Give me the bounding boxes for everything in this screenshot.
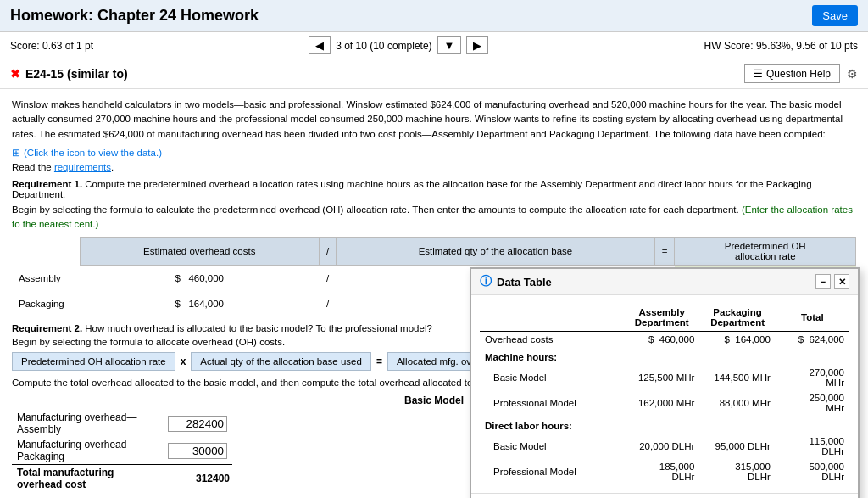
question-id: ✖ E24-15 (similar to) — [10, 67, 128, 81]
requirements-link[interactable]: requirements — [54, 162, 111, 172]
formula-part2: Actual qty of the allocation base used — [191, 352, 371, 371]
alloc-col-rate: Predetermined OHallocation rate — [675, 238, 856, 266]
assembly-dept-label: Assembly — [12, 266, 80, 292]
dt-machine-prof-label: Professional Model — [480, 390, 624, 416]
formula-op: x — [181, 355, 186, 367]
packaging-dollar: $ 164,000 — [80, 291, 319, 316]
info-icon: ⓘ — [480, 274, 492, 289]
question-id-text: E24-15 (similar to) — [25, 67, 128, 81]
dt-col0 — [480, 304, 624, 332]
bm-packaging-value — [163, 437, 232, 465]
assembly-dollar: $ 460,000 — [80, 266, 319, 292]
bm-assembly-label: Manufacturing overhead—Assembly — [12, 410, 163, 437]
read-text: Read the — [12, 162, 52, 172]
assembly-slash: / — [319, 266, 336, 292]
popup-footer: Print Done — [471, 493, 858, 498]
req1-desc: Compute the predetermined overhead alloc… — [12, 179, 812, 199]
bm-packaging-input[interactable] — [168, 443, 227, 459]
dt-machine-basic-assembly: 125,500 MHr — [624, 365, 699, 390]
dt-overhead-row: Overhead costs $ 460,000 $ 164,000 $ 624… — [480, 332, 849, 348]
score-nav: ◀ 3 of 10 (10 complete) ▼ ▶ — [309, 36, 488, 54]
dt-labor-basic-total: 115,000 DLHr — [776, 434, 849, 459]
req1-instruction-text: Begin by selecting the formula to calcul… — [12, 204, 739, 215]
question-help-button[interactable]: ☰ Question Help — [744, 64, 840, 83]
question-bar: ✖ E24-15 (similar to) ☰ Question Help ⚙ — [0, 59, 868, 89]
dt-labor-basic-label: Basic Model — [480, 434, 624, 459]
score-text: Score: 0.63 of 1 pt — [10, 40, 93, 52]
nav-dropdown-button[interactable]: ▼ — [437, 36, 462, 54]
dt-col-total: Total — [776, 304, 849, 332]
dt-labor-basic-packaging: 95,000 DLHr — [699, 434, 775, 459]
formula-eq: = — [376, 355, 382, 367]
save-button[interactable]: Save — [812, 5, 858, 26]
menu-icon: ☰ — [754, 68, 763, 80]
dt-labor-prof-total: 500,000 DLHr — [776, 459, 849, 484]
icon-link-text: (Click the icon to view the data.) — [24, 148, 162, 158]
alloc-col-qty: Estimated qty of the allocation base — [337, 238, 655, 266]
read-requirements: Read the requirements. — [12, 162, 856, 172]
packaging-slash: / — [319, 291, 336, 316]
alloc-col-eq: = — [654, 238, 675, 266]
dt-labor-prof-assembly: 185,000 DLHr — [624, 459, 699, 484]
packaging-dept-label: Packaging — [12, 291, 80, 316]
grid-icon: ⊞ — [12, 147, 20, 159]
dt-machine-basic: Basic Model 125,500 MHr 144,500 MHr 270,… — [480, 365, 849, 390]
page-title: Homework: Chapter 24 Homework — [10, 7, 259, 25]
top-header: Homework: Chapter 24 Homework Save — [0, 0, 868, 32]
dt-overhead-label: Overhead costs — [480, 332, 624, 348]
hw-score-text: HW Score: 95.63%, 9.56 of 10 pts — [704, 40, 858, 52]
dt-machine-prof-total: 250,000 MHr — [776, 390, 849, 416]
dt-machine-basic-label: Basic Model — [480, 365, 624, 390]
popup-controls: − ✕ — [815, 274, 849, 289]
main-content: Winslow makes handheld calculators in tw… — [0, 89, 868, 498]
basic-model-total-row: Total manufacturing overhead cost 312400 — [12, 465, 232, 493]
req1-title: Requirement 1. Compute the predetermined… — [12, 179, 856, 199]
dt-overhead-total: $ 624,000 — [776, 332, 849, 348]
dt-labor-prof-label: Professional Model — [480, 459, 624, 484]
req1-title-text: Requirement 1. — [12, 179, 82, 189]
dt-overhead-assembly: $ 460,000 — [624, 332, 699, 348]
dt-col-packaging: PackagingDepartment — [699, 304, 775, 332]
alloc-col-slash: / — [319, 238, 336, 266]
dt-header-row: AssemblyDepartment PackagingDepartment T… — [480, 304, 849, 332]
alloc-col-cost: Estimated overhead costs — [80, 238, 319, 266]
req1-instruction: Begin by selecting the formula to calcul… — [12, 203, 856, 232]
dt-machine-basic-packaging: 144,500 MHr — [699, 365, 775, 390]
gear-icon[interactable]: ⚙ — [847, 67, 858, 81]
dt-machine-section-label: Machine hours: — [480, 347, 849, 365]
dt-labor-professional: Professional Model 185,000 DLHr 315,000 … — [480, 459, 849, 484]
dt-machine-prof-packaging: 88,000 MHr — [699, 390, 775, 416]
dt-labor-section-label: Direct labor hours: — [480, 416, 849, 434]
req2-desc: How much overhead is allocated to the ba… — [85, 323, 432, 333]
help-label: Question Help — [766, 68, 831, 80]
bm-packaging-label: Manufacturing overhead—Packaging — [12, 437, 163, 465]
bm-assembly-value — [163, 410, 232, 437]
prev-question-button[interactable]: ◀ — [309, 36, 331, 54]
basic-model-row-packaging: Manufacturing overhead—Packaging — [12, 437, 232, 465]
dt-table: AssemblyDepartment PackagingDepartment T… — [480, 304, 849, 484]
dt-labor-header: Direct labor hours: — [480, 416, 849, 434]
bm-assembly-input[interactable] — [168, 416, 227, 432]
bm-total-label: Total manufacturing overhead cost — [12, 465, 163, 493]
dt-labor-basic-assembly: 20,000 DLHr — [624, 434, 699, 459]
popup-header: ⓘ Data Table − ✕ — [471, 269, 858, 295]
popup-title: Data Table — [497, 276, 552, 288]
dt-labor-basic: Basic Model 20,000 DLHr 95,000 DLHr 115,… — [480, 434, 849, 459]
icon-link[interactable]: ⊞ (Click the icon to view the data.) — [12, 147, 162, 159]
basic-model-row-assembly: Manufacturing overhead—Assembly — [12, 410, 232, 437]
question-tools: ☰ Question Help ⚙ — [744, 64, 858, 83]
data-table-inner: AssemblyDepartment PackagingDepartment T… — [471, 295, 858, 493]
nav-text: 3 of 10 (10 complete) — [336, 40, 431, 52]
dt-machine-basic-total: 270,000 MHr — [776, 365, 849, 390]
dt-overhead-packaging: $ 164,000 — [699, 332, 775, 348]
dt-col-assembly: AssemblyDepartment — [624, 304, 699, 332]
req2-title-text: Requirement 2. — [12, 323, 82, 333]
error-icon: ✖ — [10, 67, 20, 81]
score-bar: Score: 0.63 of 1 pt ◀ 3 of 10 (10 comple… — [0, 32, 868, 59]
dt-machine-header: Machine hours: — [480, 347, 849, 365]
next-question-button[interactable]: ▶ — [466, 36, 488, 54]
bm-total-value: 312400 — [163, 465, 232, 493]
problem-text: Winslow makes handheld calculators in tw… — [12, 98, 856, 142]
popup-minimize-button[interactable]: − — [815, 274, 831, 289]
popup-close-button[interactable]: ✕ — [834, 274, 849, 289]
